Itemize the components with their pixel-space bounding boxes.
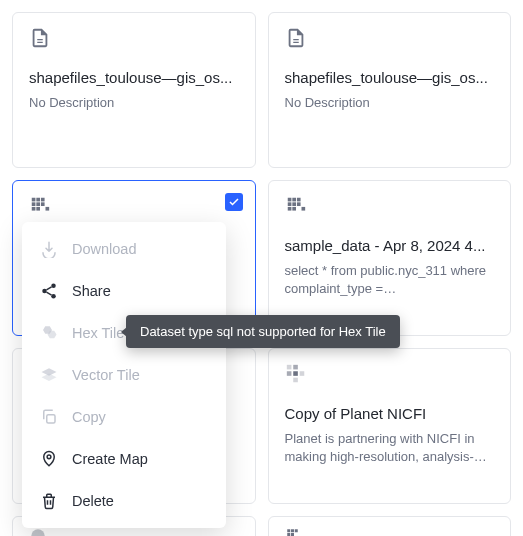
svg-rect-21	[293, 365, 298, 370]
menu-label: Delete	[72, 493, 114, 509]
share-icon	[40, 282, 58, 300]
card-title: shapefiles_toulouse—gis_os...	[285, 69, 495, 86]
trash-icon	[40, 492, 58, 510]
card-title: sample_data - Apr 8, 2024 4...	[285, 237, 495, 254]
svg-rect-11	[296, 198, 300, 202]
svg-rect-0	[32, 198, 36, 202]
menu-label: Share	[72, 283, 111, 299]
svg-rect-23	[293, 371, 298, 376]
card-description: Planet is partnering with NICFI in makin…	[285, 430, 495, 466]
svg-rect-22	[286, 371, 291, 376]
card-description: No Description	[285, 94, 495, 112]
svg-rect-4	[36, 202, 40, 206]
menu-label: Hex Tile	[72, 325, 124, 341]
selected-check-icon[interactable]	[225, 193, 243, 211]
menu-label: Vector Tile	[72, 367, 140, 383]
svg-rect-8	[46, 207, 50, 211]
svg-rect-25	[293, 378, 298, 383]
database-icon	[285, 195, 307, 217]
vectortile-icon	[40, 366, 58, 384]
download-icon	[40, 240, 58, 258]
menu-label: Create Map	[72, 451, 148, 467]
svg-rect-2	[41, 198, 45, 202]
svg-rect-39	[47, 415, 55, 423]
svg-rect-10	[292, 198, 296, 202]
dataset-card[interactable]: sample_data - Apr 8, 2024 4... select * …	[268, 180, 512, 336]
menu-label: Copy	[72, 409, 106, 425]
context-menu: Download Share Hex Tile Vector Tile Copy…	[22, 222, 226, 528]
svg-rect-29	[294, 529, 297, 532]
menu-item-createmap[interactable]: Create Map	[22, 438, 226, 480]
svg-rect-28	[291, 529, 294, 532]
hextile-icon	[40, 324, 58, 342]
card-title: Copy of Planet NICFI	[285, 405, 495, 422]
svg-rect-14	[296, 202, 300, 206]
svg-point-33	[42, 289, 47, 294]
svg-point-32	[51, 284, 56, 289]
menu-item-vectortile: Vector Tile	[22, 354, 226, 396]
svg-point-40	[47, 455, 51, 459]
svg-rect-15	[287, 207, 291, 211]
map-pin-icon	[40, 450, 58, 468]
svg-rect-7	[36, 207, 40, 211]
card-title: shapefiles_toulouse—gis_os...	[29, 69, 239, 86]
tooltip-text: Dataset type sql not supported for Hex T…	[140, 324, 386, 339]
card-description: No Description	[29, 94, 239, 112]
menu-item-download: Download	[22, 228, 226, 270]
svg-rect-24	[299, 371, 304, 376]
database-icon	[285, 527, 303, 536]
svg-rect-1	[36, 198, 40, 202]
card-description: select * from public.nyc_311 where compl…	[285, 262, 495, 298]
svg-rect-17	[301, 207, 305, 211]
menu-item-copy: Copy	[22, 396, 226, 438]
svg-point-34	[51, 294, 56, 299]
database-icon	[29, 195, 51, 217]
svg-rect-12	[287, 202, 291, 206]
dataset-card[interactable]: Copy of Planet NICFI Planet is partnerin…	[268, 348, 512, 504]
copy-icon	[40, 408, 58, 426]
dataset-card[interactable]: shapefiles_toulouse—gis_os... No Descrip…	[12, 12, 256, 168]
svg-rect-3	[32, 202, 36, 206]
dataset-card[interactable]: shapefiles_toulouse—gis_os... No Descrip…	[268, 12, 512, 168]
svg-rect-27	[287, 529, 290, 532]
menu-label: Download	[72, 241, 137, 257]
dataset-card[interactable]	[268, 516, 512, 536]
svg-rect-5	[41, 202, 45, 206]
document-icon	[285, 27, 307, 49]
svg-rect-16	[292, 207, 296, 211]
svg-marker-38	[42, 374, 57, 382]
svg-rect-9	[287, 198, 291, 202]
database-icon	[29, 527, 47, 536]
svg-rect-13	[292, 202, 296, 206]
menu-item-share[interactable]: Share	[22, 270, 226, 312]
menu-item-delete[interactable]: Delete	[22, 480, 226, 522]
document-icon	[29, 27, 51, 49]
svg-rect-6	[32, 207, 36, 211]
svg-rect-20	[286, 365, 291, 370]
grid-icon	[285, 363, 307, 385]
tooltip: Dataset type sql not supported for Hex T…	[126, 315, 400, 348]
svg-point-26	[31, 529, 45, 536]
